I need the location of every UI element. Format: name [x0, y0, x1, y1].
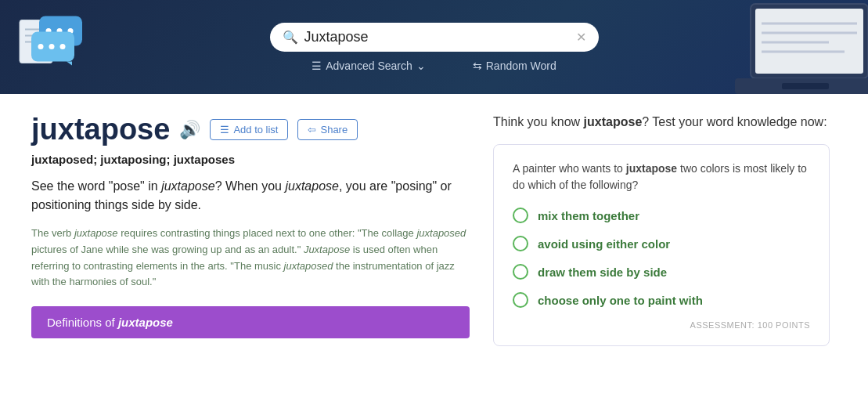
word-header: juxtapose 🔊 ☰ Add to list ⇦ Share — [31, 113, 470, 146]
svg-point-10 — [38, 44, 44, 49]
quiz-option-4[interactable]: choose only one to paint with — [513, 292, 810, 308]
quiz-option-text-3: draw them side by side — [538, 266, 667, 279]
header-center: 🔍 ✕ ☰ Advanced Search ⌄ ⇆ Random Word — [270, 23, 599, 72]
laptop-icon — [727, 0, 868, 94]
radio-circle-4 — [513, 292, 528, 308]
header-links: ☰ Advanced Search ⌄ ⇆ Random Word — [312, 60, 556, 72]
svg-point-12 — [60, 44, 66, 49]
sliders-icon: ☰ — [312, 60, 322, 72]
speaker-icon[interactable]: 🔊 — [179, 120, 200, 140]
clear-icon[interactable]: ✕ — [576, 30, 586, 45]
quiz-prompt: Think you know juxtapose? Test your word… — [493, 113, 830, 132]
search-icon: 🔍 — [283, 30, 298, 45]
definitions-banner: Definitions of juxtapose — [31, 306, 470, 338]
header: 🔍 ✕ ☰ Advanced Search ⌄ ⇆ Random Word — [0, 0, 868, 94]
search-bar: 🔍 ✕ — [270, 23, 599, 52]
radio-circle-1 — [513, 208, 528, 223]
svg-rect-21 — [782, 83, 829, 89]
logo-area — [16, 13, 94, 82]
chevron-down-icon: ⌄ — [416, 60, 426, 72]
radio-circle-2 — [513, 236, 528, 251]
quiz-card: A painter who wants to juxtapose two col… — [493, 144, 830, 346]
main-content: juxtapose 🔊 ☰ Add to list ⇦ Share juxtap… — [0, 94, 868, 401]
quiz-question: A painter who wants to juxtapose two col… — [513, 161, 810, 193]
quiz-option-text-4: choose only one to paint with — [538, 294, 703, 307]
quiz-option-text-2: avoid using either color — [538, 237, 670, 251]
word-forms: juxtaposed; juxtaposing; juxtaposes — [31, 153, 470, 166]
share-button[interactable]: ⇦ Share — [297, 119, 358, 140]
radio-circle-3 — [513, 264, 528, 280]
word-description: See the word "pose" in juxtapose? When y… — [31, 177, 470, 215]
word-title: juxtapose — [31, 113, 170, 146]
list-icon: ☰ — [220, 124, 229, 135]
quiz-option-text-1: mix them together — [538, 209, 639, 222]
share-icon: ⇦ — [308, 124, 316, 135]
svg-point-11 — [49, 44, 55, 49]
search-input[interactable] — [304, 29, 570, 45]
shuffle-icon: ⇆ — [473, 60, 482, 72]
quiz-option-2[interactable]: avoid using either color — [513, 236, 810, 251]
advanced-search-link[interactable]: ☰ Advanced Search ⌄ — [312, 60, 426, 72]
assessment-note: ASSESSMENT: 100 POINTS — [513, 320, 810, 330]
quiz-option-1[interactable]: mix them together — [513, 208, 810, 223]
random-word-link[interactable]: ⇆ Random Word — [473, 60, 556, 72]
quiz-option-3[interactable]: draw them side by side — [513, 264, 810, 280]
word-examples: The verb juxtapose requires contrasting … — [31, 226, 470, 291]
left-panel: juxtapose 🔊 ☰ Add to list ⇦ Share juxtap… — [31, 113, 470, 382]
add-to-list-button[interactable]: ☰ Add to list — [210, 119, 288, 140]
right-panel: Think you know juxtapose? Test your word… — [493, 113, 830, 382]
laptop-decoration — [727, 0, 868, 94]
svg-marker-13 — [67, 62, 72, 66]
logo-icon — [16, 13, 94, 79]
